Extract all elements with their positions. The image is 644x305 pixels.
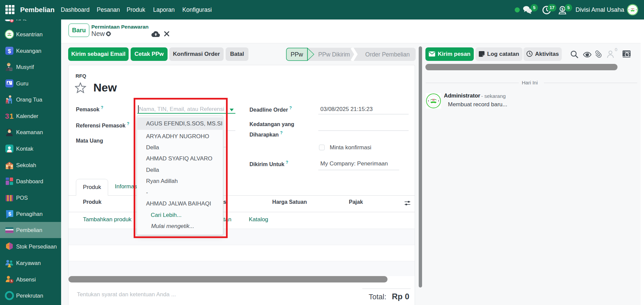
svg-text:3: 3: [5, 112, 9, 120]
svg-text:PPw Dikirim: PPw Dikirim: [318, 51, 350, 58]
svg-text:Order Pembelian: Order Pembelian: [365, 51, 410, 58]
svg-text:PPw: PPw: [290, 51, 303, 58]
svg-text:$: $: [561, 7, 564, 11]
svg-text:$: $: [8, 48, 11, 54]
svg-text:1: 1: [9, 112, 13, 120]
svg-text:$: $: [8, 211, 11, 217]
